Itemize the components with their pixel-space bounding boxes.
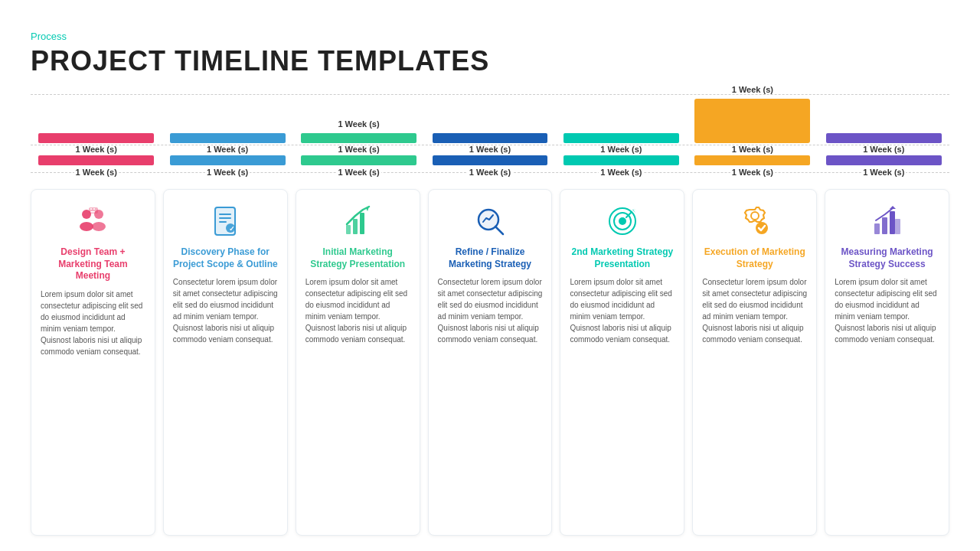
card-1-icon xyxy=(74,202,112,240)
card-3-icon xyxy=(338,202,377,240)
card-7-body: Lorem ipsum dolor sit amet consectetur a… xyxy=(835,276,939,345)
mid-col-7: 1 Week (s) xyxy=(818,145,949,165)
bot-week-3: 1 Week (s) xyxy=(336,168,381,177)
bot-col-1: 1 Week (s) xyxy=(31,168,162,177)
card-5-icon xyxy=(603,202,642,240)
bar-col-2 xyxy=(170,133,286,143)
card-2: ✓ Discovery Phase for Project Scope & Ou… xyxy=(163,189,288,536)
mid-col-1: 1 Week (s) xyxy=(31,145,162,165)
chart-up-icon xyxy=(340,204,375,239)
bot-week-2: 1 Week (s) xyxy=(205,168,250,177)
mid-week-2: 1 Week (s) xyxy=(205,145,250,154)
svg-line-21 xyxy=(495,227,503,234)
mid-bar-6 xyxy=(694,155,810,165)
card-6-icon xyxy=(736,202,774,240)
card-1-title: Design Team + Marketing Team Meeting xyxy=(41,246,145,282)
process-label: Process xyxy=(31,31,949,42)
bar-col-5 xyxy=(564,133,679,143)
svg-rect-29 xyxy=(874,223,880,234)
card-4: Refine / Finalize Marketing Strategy Con… xyxy=(428,189,553,536)
gear-check-icon xyxy=(737,204,773,239)
mid-week-4: 1 Week (s) xyxy=(468,145,512,154)
card-5-title: 2nd Marketing Strategy Presentation xyxy=(570,246,675,270)
bot-col-5: 1 Week (s) xyxy=(556,168,687,177)
bot-week-4: 1 Week (s) xyxy=(468,168,512,177)
bot-week-7: 1 Week (s) xyxy=(861,168,906,177)
bot-col-4: 1 Week (s) xyxy=(424,168,555,177)
bot-week-5: 1 Week (s) xyxy=(599,168,643,177)
search-chart-icon xyxy=(472,204,508,239)
bot-col-3: 1 Week (s) xyxy=(293,168,424,177)
mid-col-6: 1 Week (s) xyxy=(687,145,818,165)
card-1-body: Lorem ipsum dolor sit amet consectetur a… xyxy=(41,289,145,357)
svg-point-3 xyxy=(92,222,106,231)
bar-col-6-tall xyxy=(694,99,810,143)
card-2-icon: ✓ xyxy=(206,202,244,240)
bar-chart-icon xyxy=(870,204,905,239)
mid-week-3: 1 Week (s) xyxy=(336,145,381,154)
mid-bar-3 xyxy=(301,155,416,165)
mid-bar-5 xyxy=(564,155,679,165)
header: Process PROJECT TIMELINE TEMPLATES xyxy=(31,31,949,77)
svg-rect-33 xyxy=(895,219,900,234)
card-3-body: Lorem ipsum dolor sit amet consectetur a… xyxy=(305,276,410,345)
card-2-body: Consectetur lorem ipsum dolor sit amet c… xyxy=(173,276,278,345)
bar-col-4 xyxy=(433,133,548,143)
timeline-container: 1 Week (s) 1 Week (s) xyxy=(31,85,949,181)
mid-col-3: 1 Week (s) xyxy=(293,145,424,165)
card-5: 2nd Marketing Strategy Presentation Lore… xyxy=(560,189,684,536)
svg-point-24 xyxy=(619,217,626,225)
mid-week-5: 1 Week (s) xyxy=(599,145,643,154)
card-7-title: Measuring Marketing Strategy Success xyxy=(835,246,939,270)
mid-week-7: 1 Week (s) xyxy=(861,145,906,154)
mid-col-5: 1 Week (s) xyxy=(556,145,687,165)
svg-rect-15 xyxy=(346,225,351,234)
card-7: Measuring Marketing Strategy Success Lor… xyxy=(825,189,949,536)
svg-marker-26 xyxy=(632,209,636,213)
card-1: Design Team + Marketing Team Meeting Lor… xyxy=(31,189,155,536)
svg-text:✓: ✓ xyxy=(229,225,235,233)
svg-point-27 xyxy=(751,212,759,220)
mid-week-1: 1 Week (s) xyxy=(74,145,119,154)
mid-bar-2 xyxy=(170,155,286,165)
bar-col-7 xyxy=(826,133,942,143)
team-icon xyxy=(75,204,110,239)
bot-week-6: 1 Week (s) xyxy=(730,168,775,177)
mid-col-2: 1 Week (s) xyxy=(162,145,292,165)
svg-rect-7 xyxy=(90,211,95,213)
page: Process PROJECT TIMELINE TEMPLATES 1 Wee… xyxy=(0,0,980,551)
main-title: PROJECT TIMELINE TEMPLATES xyxy=(31,45,949,77)
bar-col-3 xyxy=(301,133,416,143)
document-icon: ✓ xyxy=(207,204,243,239)
svg-rect-17 xyxy=(360,213,364,234)
card-4-icon xyxy=(471,202,509,240)
card-2-title: Discovery Phase for Project Scope & Outl… xyxy=(173,246,278,270)
card-7-icon xyxy=(868,202,906,240)
mid-col-4: 1 Week (s) xyxy=(424,145,555,165)
bot-col-7: 1 Week (s) xyxy=(818,168,949,177)
mid-bar-7 xyxy=(826,155,942,165)
svg-rect-16 xyxy=(353,219,358,234)
card-3-title: Initial Marketing Strategy Presentation xyxy=(305,246,410,270)
card-6: Execution of Marketing Strategy Consecte… xyxy=(692,189,817,536)
svg-rect-31 xyxy=(890,211,895,234)
card-4-body: Consectetur lorem ipsum dolor sit amet c… xyxy=(438,276,543,345)
mid-bar-1 xyxy=(38,155,154,165)
cards-row: Design Team + Marketing Team Meeting Lor… xyxy=(31,189,949,536)
svg-marker-32 xyxy=(890,206,896,209)
card-3: Initial Marketing Strategy Presentation … xyxy=(296,189,420,536)
svg-point-2 xyxy=(80,222,93,231)
bot-col-2: 1 Week (s) xyxy=(162,168,292,177)
target-icon xyxy=(605,204,640,239)
card-4-title: Refine / Finalize Marketing Strategy xyxy=(438,246,543,270)
svg-rect-5 xyxy=(90,208,92,210)
col3-top-label: 1 Week (s) xyxy=(338,119,379,133)
svg-rect-6 xyxy=(93,208,95,210)
bar-col-1 xyxy=(38,133,154,143)
bot-col-6: 1 Week (s) xyxy=(687,168,818,177)
card-6-title: Execution of Marketing Strategy xyxy=(702,246,807,270)
col6-top-label: 1 Week (s) xyxy=(732,85,773,99)
card-6-body: Consectetur lorem ipsum dolor sit amet c… xyxy=(702,276,807,345)
mid-bar-4 xyxy=(433,155,548,165)
svg-rect-4 xyxy=(89,207,98,214)
